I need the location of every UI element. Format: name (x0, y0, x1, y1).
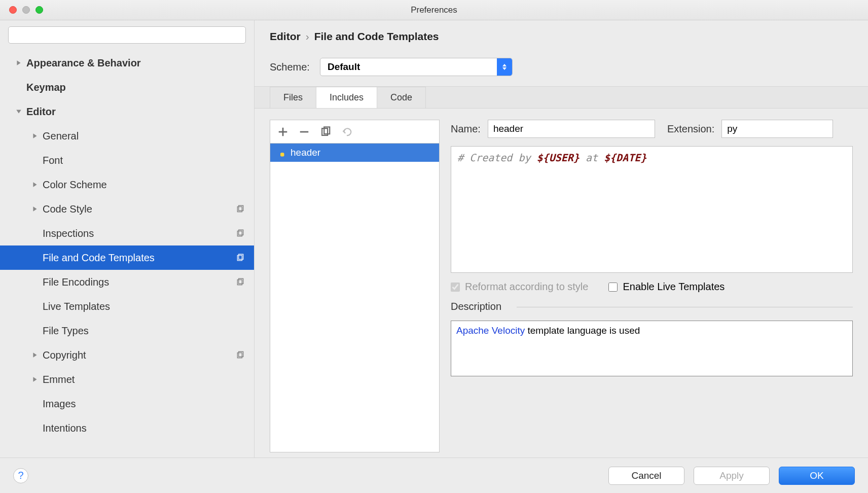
workarea: header Name: Extension: # Created by ${U… (255, 109, 868, 457)
template-item-label: header (291, 147, 320, 158)
name-input[interactable] (488, 120, 655, 138)
template-editor[interactable]: # Created by ${USER} at ${DATE} (451, 146, 853, 273)
sidebar-item-label: Images (43, 398, 254, 410)
template-list-panel: header (270, 120, 440, 452)
svg-rect-9 (237, 231, 242, 236)
search-input[interactable] (8, 26, 246, 44)
spacer-icon (31, 425, 39, 432)
sidebar-item-code-style[interactable]: Code Style (0, 197, 254, 221)
cancel-button[interactable]: Cancel (608, 467, 684, 485)
svg-rect-8 (239, 205, 243, 210)
breadcrumb-separator-icon: › (306, 30, 309, 43)
sidebar-item-copyright[interactable]: Copyright (0, 343, 254, 367)
reformat-check-input (451, 283, 460, 292)
sidebar-item-editor[interactable]: Editor (0, 99, 254, 124)
svg-rect-10 (239, 230, 243, 235)
remove-icon[interactable] (299, 126, 310, 137)
svg-rect-17 (239, 351, 243, 357)
spacer-icon (31, 278, 39, 286)
help-button[interactable]: ? (13, 468, 28, 483)
sidebar-item-inspections[interactable]: Inspections (0, 221, 254, 245)
sidebar-item-live-templates[interactable]: Live Templates (0, 294, 254, 319)
breadcrumb-root[interactable]: Editor (270, 30, 301, 43)
svg-rect-14 (239, 278, 243, 284)
sidebar-item-intentions[interactable]: Intentions (0, 416, 254, 440)
svg-rect-24 (277, 149, 281, 153)
python-file-icon (275, 148, 285, 158)
ok-button[interactable]: OK (779, 467, 855, 485)
zoom-window-icon[interactable] (35, 6, 43, 14)
live-check-input[interactable] (608, 283, 618, 292)
sidebar-item-font[interactable]: Font (0, 148, 254, 172)
scope-badge-icon (236, 229, 245, 238)
titlebar: Preferences (0, 0, 868, 20)
apply-button: Apply (694, 467, 770, 485)
undo-icon (341, 126, 352, 137)
tab-includes[interactable]: Includes (316, 87, 377, 108)
spacer-icon (31, 157, 39, 164)
sidebar-item-label: General (43, 130, 254, 142)
sidebar-item-label: File Types (43, 325, 254, 337)
sidebar-item-images[interactable]: Images (0, 392, 254, 416)
sidebar-item-emmet[interactable]: Emmet (0, 367, 254, 392)
spacer-icon (31, 230, 39, 237)
sidebar-item-appearance-behavior[interactable]: Appearance & Behavior (0, 51, 254, 75)
live-templates-checkbox[interactable]: Enable Live Templates (608, 281, 725, 293)
chevron-right-icon (31, 132, 39, 139)
scope-badge-icon (236, 204, 245, 214)
main-split: Appearance & BehaviorKeymapEditorGeneral… (0, 20, 868, 457)
tabs: FilesIncludesCode (255, 87, 868, 109)
sidebar-item-label: Live Templates (43, 301, 254, 312)
chevron-right-icon (31, 181, 39, 188)
svg-marker-6 (33, 206, 37, 212)
description-tail: template language is used (525, 325, 640, 336)
window-title: Preferences (0, 5, 868, 15)
scheme-value: Default (320, 61, 497, 73)
sidebar-item-file-types[interactable]: File Types (0, 319, 254, 343)
minimize-window-icon[interactable] (22, 6, 30, 14)
svg-rect-12 (239, 254, 243, 259)
reformat-checkbox: Reformat according to style (451, 281, 588, 293)
svg-marker-15 (33, 353, 37, 358)
chevron-right-icon (15, 59, 22, 66)
sidebar-item-color-scheme[interactable]: Color Scheme (0, 172, 254, 197)
name-label: Name: (451, 123, 481, 135)
svg-rect-11 (237, 256, 242, 261)
scope-badge-icon (236, 253, 245, 262)
sidebar-item-label: Keymap (26, 82, 254, 93)
sidebar-item-label: File Encodings (43, 276, 254, 288)
svg-marker-18 (33, 377, 37, 382)
sidebar-item-file-and-code-templates[interactable]: File and Code Templates (0, 245, 254, 270)
spacer-icon (31, 303, 39, 310)
close-window-icon[interactable] (9, 6, 17, 14)
sidebar-item-general[interactable]: General (0, 124, 254, 148)
sidebar-item-label: Inspections (43, 228, 254, 239)
reformat-label: Reformat according to style (465, 281, 588, 293)
sidebar-item-label: Emmet (43, 374, 254, 385)
add-icon[interactable] (277, 126, 288, 137)
template-item-header[interactable]: header (270, 144, 439, 162)
chevron-right-icon (31, 376, 39, 383)
scope-badge-icon (236, 277, 245, 287)
tab-files[interactable]: Files (270, 87, 316, 108)
template-list[interactable]: header (270, 143, 440, 452)
footer: ? Cancel Apply OK (0, 457, 868, 493)
svg-marker-4 (33, 133, 37, 138)
copy-icon[interactable] (320, 126, 331, 137)
sidebar-item-label: Code Style (43, 203, 254, 215)
sidebar-item-keymap[interactable]: Keymap (0, 75, 254, 99)
svg-marker-5 (33, 182, 37, 187)
ext-input[interactable] (721, 120, 833, 138)
sidebar-item-label: File and Code Templates (43, 252, 254, 264)
svg-marker-3 (16, 110, 21, 113)
sidebar-item-file-encodings[interactable]: File Encodings (0, 270, 254, 294)
description-label: Description (451, 301, 853, 312)
scope-badge-icon (236, 350, 245, 360)
svg-rect-13 (237, 280, 242, 285)
scheme-dropdown[interactable]: Default (320, 58, 513, 76)
apache-velocity-link[interactable]: Apache Velocity (456, 325, 525, 336)
settings-tree[interactable]: Appearance & BehaviorKeymapEditorGeneral… (0, 51, 254, 457)
tab-code[interactable]: Code (377, 87, 426, 108)
description-box: Apache Velocity template language is use… (451, 321, 853, 376)
chevron-down-icon (15, 108, 22, 115)
